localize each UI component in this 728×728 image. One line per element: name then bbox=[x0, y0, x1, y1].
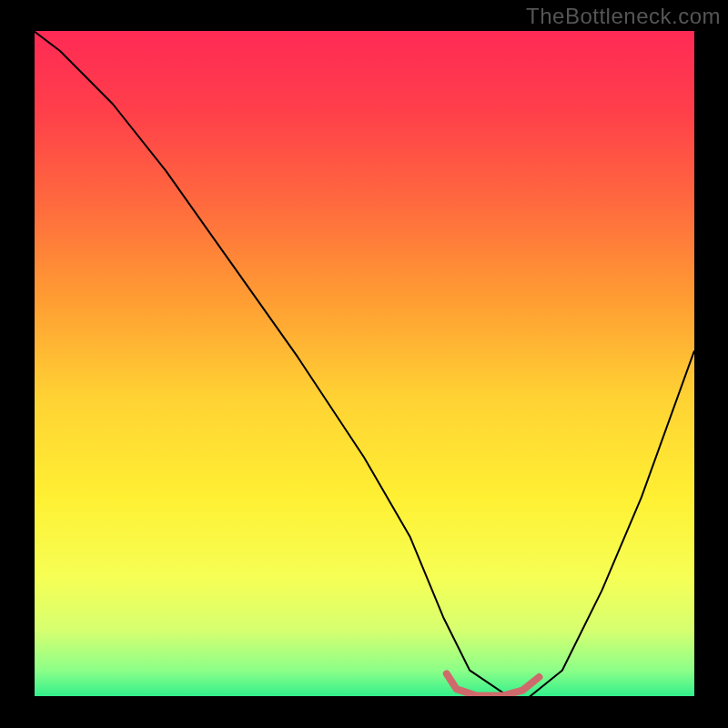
watermark-text: TheBottleneck.com bbox=[526, 4, 721, 29]
chart-svg bbox=[0, 0, 728, 728]
chart-container: TheBottleneck.com bbox=[0, 0, 728, 728]
plot-background-gradient bbox=[34, 31, 694, 697]
